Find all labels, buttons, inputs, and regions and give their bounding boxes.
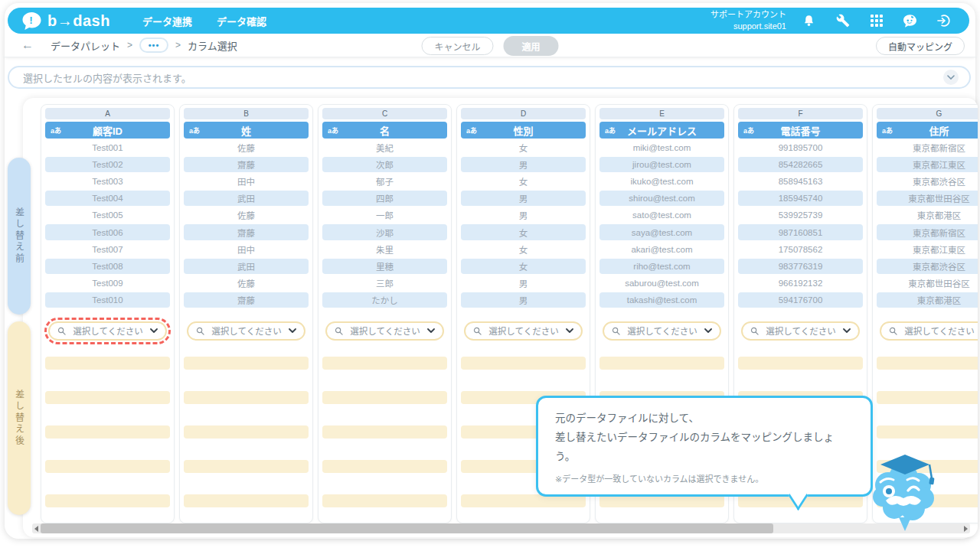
cell-F7[interactable]: 175078562 <box>734 241 867 258</box>
scroll-left-icon[interactable] <box>34 526 38 532</box>
column-select-C[interactable]: 選択してください <box>325 321 444 341</box>
cell-A10[interactable]: Test010 <box>41 292 174 308</box>
cell-C5[interactable]: 一郎 <box>318 207 451 223</box>
cell-A5[interactable]: Test005 <box>41 207 174 223</box>
apps-grid-icon[interactable] <box>869 14 884 28</box>
side-tab-after-replacement[interactable]: 差し替え後 <box>8 321 31 515</box>
cell-A9[interactable]: Test009 <box>41 275 174 292</box>
cell-C4[interactable]: 四郎 <box>318 190 451 207</box>
cancel-button[interactable]: キャンセル <box>421 37 493 55</box>
nav-data-integration[interactable]: データ連携 <box>142 14 192 28</box>
column-select-F[interactable]: 選択してください <box>741 321 860 341</box>
cell-B2[interactable]: 齋藤 <box>180 156 312 173</box>
cell-G6[interactable]: 東京都新宿区 <box>873 223 978 240</box>
cell-D6[interactable]: 女 <box>457 223 590 240</box>
cell-D2[interactable]: 男 <box>457 156 590 173</box>
bdash-logo[interactable]: ! b→dash <box>21 11 110 31</box>
cell-A8[interactable]: Test008 <box>41 258 174 275</box>
cell-F4[interactable]: 185945740 <box>734 190 867 207</box>
cell-A4[interactable]: Test004 <box>41 190 174 207</box>
cell-G2[interactable]: 東京都江東区 <box>873 156 978 173</box>
chevron-down-icon[interactable] <box>943 70 959 85</box>
column-select-G[interactable]: 選択してください <box>880 321 978 341</box>
cell-B10[interactable]: 齋藤 <box>180 292 312 308</box>
cell-G5[interactable]: 東京都港区 <box>873 207 978 223</box>
cell-F8[interactable]: 983776319 <box>734 258 867 275</box>
cell-B6[interactable]: 齋藤 <box>180 223 312 240</box>
cell-B8[interactable]: 武田 <box>180 258 312 275</box>
column-select-A[interactable]: 選択してください <box>48 321 167 341</box>
cell-F6[interactable]: 987160851 <box>734 223 867 240</box>
cell-G1[interactable]: 東京都新宿区 <box>873 139 978 156</box>
cell-B9[interactable]: 佐藤 <box>180 275 312 292</box>
cell-E10[interactable]: takashi@test.com <box>596 292 728 308</box>
cell-C7[interactable]: 朱里 <box>318 241 451 258</box>
cell-C1[interactable]: 美紀 <box>318 139 451 156</box>
cell-E6[interactable]: saya@test.com <box>596 223 728 240</box>
cell-F10[interactable]: 594176700 <box>734 292 867 308</box>
cell-D10[interactable]: 男 <box>457 292 590 308</box>
cell-C3[interactable]: 郁子 <box>318 173 451 190</box>
cell-D4[interactable]: 男 <box>457 190 590 207</box>
column-header-D[interactable]: aあ性別 <box>461 122 586 139</box>
cell-F2[interactable]: 854282665 <box>734 156 867 173</box>
assistant-chat-icon[interactable] <box>903 14 917 28</box>
column-select-D[interactable]: 選択してください <box>464 321 583 341</box>
cell-E3[interactable]: ikuko@test.com <box>596 173 728 190</box>
column-header-G[interactable]: aあ住所 <box>877 122 978 139</box>
cell-C10[interactable]: たかし <box>318 292 451 308</box>
cell-B1[interactable]: 佐藤 <box>180 139 312 156</box>
cell-F3[interactable]: 858945163 <box>734 173 867 190</box>
apply-button[interactable]: 適用 <box>504 36 559 56</box>
cell-B3[interactable]: 田中 <box>180 173 312 190</box>
column-header-E[interactable]: aあメールアドレス <box>599 122 724 139</box>
cell-D7[interactable]: 女 <box>457 241 590 258</box>
nav-data-confirm[interactable]: データ確認 <box>217 14 266 28</box>
cell-D1[interactable]: 女 <box>457 139 590 156</box>
cell-E1[interactable]: miki@test.com <box>596 139 728 156</box>
column-select-E[interactable]: 選択してください <box>603 321 721 341</box>
cell-E9[interactable]: saburou@test.com <box>596 275 728 292</box>
auto-mapping-button[interactable]: 自動マッピング <box>876 37 965 55</box>
logout-icon[interactable] <box>936 14 951 28</box>
horizontal-scrollbar-thumb[interactable] <box>41 523 773 533</box>
cell-A3[interactable]: Test003 <box>41 173 174 190</box>
cell-E4[interactable]: shirou@test.com <box>596 190 728 207</box>
wrench-icon[interactable] <box>835 14 850 28</box>
cell-A7[interactable]: Test007 <box>41 241 174 258</box>
side-tab-before-replacement[interactable]: 差し替え前 <box>8 158 31 315</box>
cell-C2[interactable]: 次郎 <box>318 156 451 173</box>
cell-D8[interactable]: 女 <box>457 258 590 275</box>
scroll-right-icon[interactable] <box>964 526 968 532</box>
cell-D3[interactable]: 女 <box>457 173 590 190</box>
column-select-B[interactable]: 選択してください <box>187 321 305 341</box>
cell-G7[interactable]: 東京都江東区 <box>873 241 978 258</box>
cell-F5[interactable]: 539925739 <box>734 207 867 223</box>
cell-F1[interactable]: 991895700 <box>734 139 867 156</box>
column-header-A[interactable]: aあ顧客ID <box>45 122 170 139</box>
cell-E2[interactable]: jirou@test.com <box>596 156 728 173</box>
cell-content-bar[interactable]: 選択したセルの内容が表示されます。 <box>8 66 971 89</box>
column-header-C[interactable]: aあ名 <box>322 122 447 139</box>
cell-G9[interactable]: 東京都世田谷区 <box>873 275 978 292</box>
cell-E8[interactable]: riho@test.com <box>596 258 728 275</box>
cell-F9[interactable]: 966192132 <box>734 275 867 292</box>
horizontal-scrollbar[interactable] <box>32 523 970 533</box>
bell-icon[interactable] <box>802 14 816 28</box>
cell-E5[interactable]: sato@test.com <box>596 207 728 223</box>
breadcrumb-ellipsis[interactable]: ••• <box>139 37 168 53</box>
cell-C9[interactable]: 三郎 <box>318 275 451 292</box>
cell-C6[interactable]: 沙耶 <box>318 223 451 240</box>
cell-E7[interactable]: akari@test.com <box>596 241 728 258</box>
breadcrumb-root[interactable]: データパレット <box>51 38 120 53</box>
column-header-B[interactable]: aあ姓 <box>184 122 309 139</box>
cell-G4[interactable]: 東京都世田谷区 <box>873 190 978 207</box>
cell-A1[interactable]: Test001 <box>41 139 174 156</box>
column-header-F[interactable]: aあ電話番号 <box>738 122 863 139</box>
cell-B4[interactable]: 武田 <box>180 190 312 207</box>
cell-D9[interactable]: 男 <box>457 275 590 292</box>
cell-D5[interactable]: 男 <box>457 207 590 223</box>
cell-G3[interactable]: 東京都渋谷区 <box>873 173 978 190</box>
cell-B5[interactable]: 佐藤 <box>180 207 312 223</box>
cell-G8[interactable]: 東京都渋谷区 <box>873 258 978 275</box>
